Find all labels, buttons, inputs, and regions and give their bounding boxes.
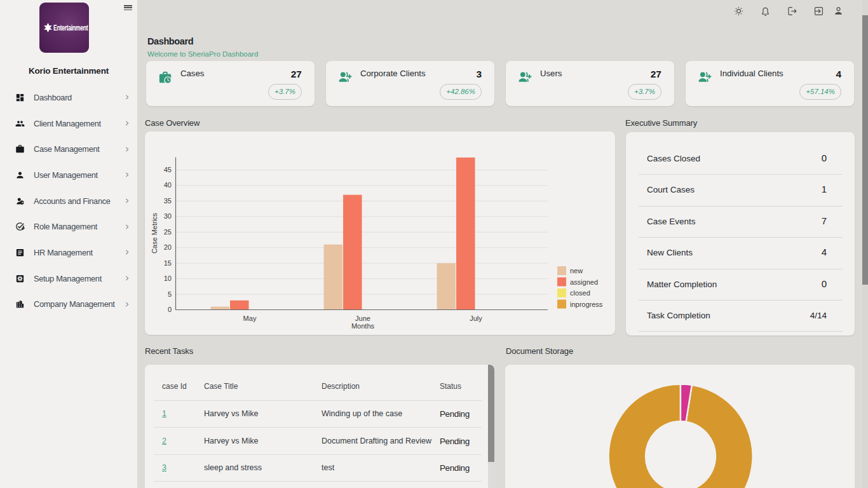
svg-text:5: 5 [168, 290, 172, 298]
svg-text:20: 20 [164, 243, 172, 251]
svg-text:30: 30 [164, 212, 172, 220]
svg-text:10: 10 [164, 274, 172, 282]
svg-text:June: June [355, 315, 370, 322]
svg-text:May: May [243, 315, 257, 322]
svg-text:assigned: assigned [570, 278, 598, 286]
svg-text:25: 25 [164, 228, 172, 236]
svg-text:15: 15 [164, 259, 172, 267]
svg-text:40: 40 [164, 181, 172, 189]
svg-text:July: July [470, 315, 482, 322]
svg-text:closed: closed [570, 289, 590, 297]
svg-text:35: 35 [164, 197, 172, 205]
svg-text:0: 0 [168, 306, 172, 313]
svg-text:Case Metrics: Case Metrics [151, 212, 158, 254]
svg-text:45: 45 [164, 166, 172, 173]
svg-text:inprogress: inprogress [570, 301, 603, 308]
svg-text:new: new [570, 267, 583, 274]
svg-text:Months: Months [351, 322, 375, 330]
